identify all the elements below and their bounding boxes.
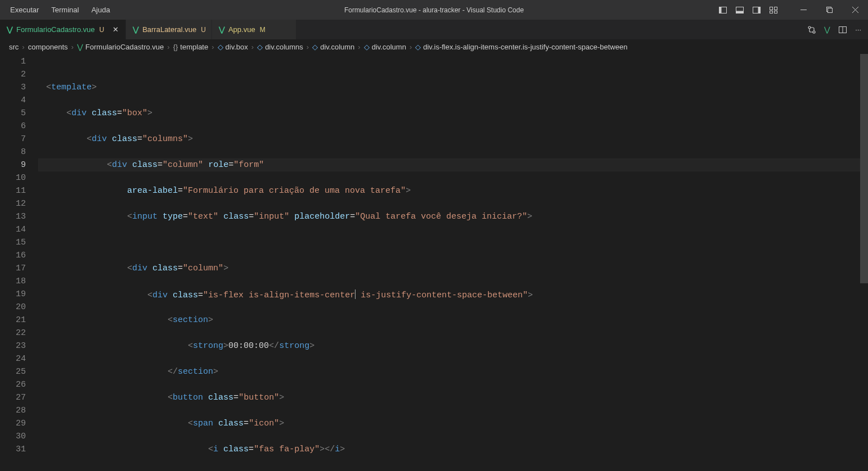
compare-changes-icon[interactable] [807,25,816,34]
chevron-right-icon: › [410,43,412,51]
menu-ajuda[interactable]: Ajuda [86,3,115,16]
breadcrumb-div-column[interactable]: ◇ div.column [312,43,354,51]
svg-point-16 [813,31,815,33]
more-actions-icon[interactable]: ··· [855,25,861,34]
svg-rect-5 [758,7,761,13]
svg-point-15 [808,26,811,29]
chevron-right-icon: › [307,43,309,51]
line-number-gutter: 1 2 3 4 5 6 7 8 9 10 11 12 13 14 15 16 1… [0,54,38,471]
layout-toggle-sidebar-icon[interactable] [715,0,731,20]
chevron-right-icon: › [251,43,254,51]
scrollbar-thumb[interactable] [860,54,868,283]
tab-barra-lateral[interactable]: ⋁ BarraLateral.vue U [126,20,212,39]
vertical-scrollbar[interactable] [860,54,868,471]
chevron-right-icon: › [71,43,74,51]
titlebar: Executar Terminal Ajuda FormularioCadast… [0,0,868,20]
tab-label: BarraLateral.vue [142,25,196,34]
breadcrumb-div-flex[interactable]: ◇ div.is-flex.is-align-items-center.is-j… [415,43,627,51]
breadcrumb-div-columns[interactable]: ◇ div.columns [257,43,303,51]
breadcrumb-div-column-2[interactable]: ◇ div.column [364,43,406,51]
tab-formulario-cadastro[interactable]: ⋁ FormularioCadastro.vue U ✕ [0,20,126,39]
vue-file-icon: ⋁ [7,25,13,34]
layout-toggle-panel-icon[interactable] [732,0,748,20]
tab-git-status: U [99,26,104,34]
chevron-right-icon: › [358,43,360,51]
svg-rect-1 [719,7,722,13]
tab-git-status: U [201,26,206,34]
close-button[interactable] [842,0,868,20]
editor-tabs: ⋁ FormularioCadastro.vue U ✕ ⋁ BarraLate… [0,20,868,39]
svg-rect-12 [827,8,832,13]
vue-devtools-icon[interactable]: ⋁ [824,25,830,34]
svg-rect-3 [736,11,744,13]
chevron-right-icon: › [22,43,24,51]
chevron-right-icon: › [212,43,214,51]
window-controls [715,0,868,20]
tab-git-status: M [260,26,266,34]
menu-terminal[interactable]: Terminal [46,3,84,16]
tab-label: FormularioCadastro.vue [16,25,95,34]
svg-rect-7 [775,7,777,10]
svg-rect-6 [770,7,773,10]
breadcrumb-file[interactable]: ⋁ FormularioCadastro.vue [77,43,164,51]
editor-area: 1 2 3 4 5 6 7 8 9 10 11 12 13 14 15 16 1… [0,54,868,471]
breadcrumb-template[interactable]: {} template [173,43,209,51]
layout-customize-icon[interactable] [766,0,781,20]
menu-bar: Executar Terminal Ajuda [5,3,116,16]
vue-file-icon: ⋁ [133,25,139,34]
layout-toggle-secondary-icon[interactable] [749,0,764,20]
maximize-button[interactable] [816,0,842,20]
breadcrumb-src[interactable]: src [9,43,19,51]
breadcrumb: src › components › ⋁ FormularioCadastro.… [0,39,868,54]
menu-executar[interactable]: Executar [5,3,44,16]
split-editor-icon[interactable] [838,25,847,34]
close-icon[interactable]: ✕ [111,25,120,34]
code-editor[interactable]: <template> <div class="box"> <div class=… [38,54,868,471]
tab-app[interactable]: ⋁ App.vue M [212,20,296,39]
breadcrumb-div-box[interactable]: ◇ div.box [218,43,248,51]
tab-label: App.vue [228,25,255,34]
breadcrumb-components[interactable]: components [28,43,68,51]
window-title: FormularioCadastro.vue - alura-tracker -… [344,6,524,14]
chevron-right-icon: › [167,43,169,51]
minimize-button[interactable] [790,0,816,20]
svg-rect-8 [770,11,773,13]
svg-rect-9 [775,11,777,13]
vue-file-icon: ⋁ [219,25,225,34]
